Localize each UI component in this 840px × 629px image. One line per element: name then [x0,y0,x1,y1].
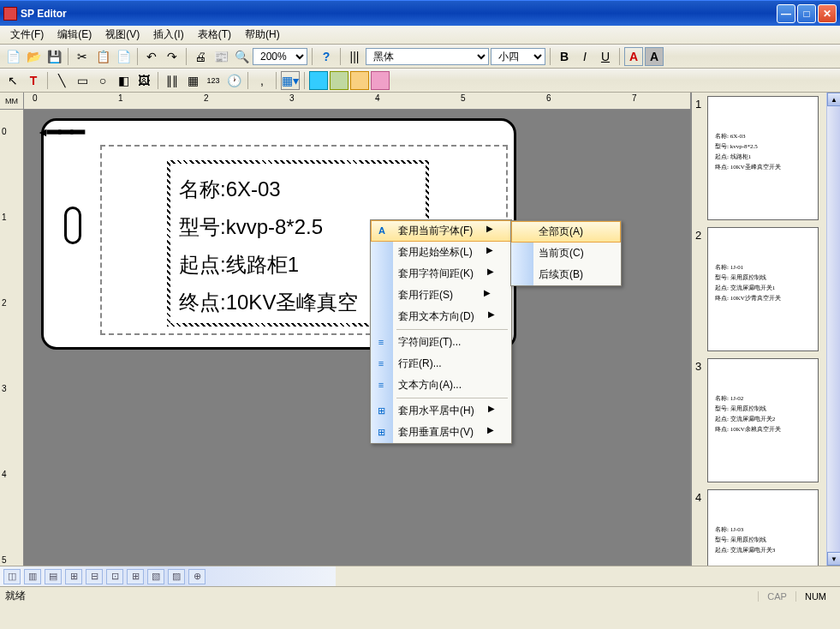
paste-button[interactable]: 📄 [114,47,133,66]
barcode-tool[interactable]: ∥∥ [163,71,182,90]
submenu-item[interactable]: 全部页(A) [511,221,621,243]
scroll-up-button[interactable]: ▲ [827,93,840,106]
color-pink[interactable] [371,71,390,90]
thumbnail-item[interactable]: 2名称: 1J-01型号: 采用原控制线起点: 交流屏漏电开关1终点: 10KV… [692,224,840,355]
clock-tool[interactable]: 🕐 [224,71,243,90]
cut-button[interactable]: ✂ [73,47,92,66]
zoom-icon: 🔍 [235,50,249,63]
color-cyan[interactable] [309,71,328,90]
context-menu-item[interactable]: 套用文本方向(D)▶ [371,306,511,327]
open-button[interactable]: 📂 [24,47,43,66]
menu-help[interactable]: 帮助(H) [238,26,287,44]
select-tool[interactable]: ▦ [183,71,202,90]
context-menu-item[interactable]: 套用字符间距(K)▶ [371,263,511,285]
thumbnail-item[interactable]: 1名称: 6X-03型号: kvvp-8*2.5起点: 线路柜1终点: 10KV… [692,93,840,224]
lines-button[interactable]: ||| [345,47,364,66]
thumbnail-item[interactable]: 4名称: 1J-03型号: 采用原控制线起点: 交流屏漏电开关3 [692,486,840,566]
scroll-down-button[interactable]: ▼ [827,552,840,566]
line-icon: ╲ [58,74,65,87]
context-menu-item[interactable]: 套用起始坐标(L)▶ [371,242,511,263]
tool-btn-8[interactable]: ▧ [147,569,164,584]
preview-icon: 📰 [214,50,229,63]
context-menu-item[interactable]: 套用垂直居中(V)▶⊞ [371,422,511,443]
color-green[interactable] [330,71,349,90]
context-menu-item[interactable]: 套用行距(S)▶ [371,285,511,306]
undo-button[interactable]: ↶ [142,47,161,66]
lines-icon: ||| [350,50,360,63]
thumbnails-scrollbar[interactable]: ▲ ▼ [826,93,840,566]
close-button[interactable]: ✕ [818,4,837,23]
comma-tool[interactable]: , [253,71,271,90]
cut-icon: ✂ [77,50,87,63]
preview-button[interactable]: 📰 [211,47,230,66]
ruler-horizontal: 0 1 2 3 4 5 6 7 [24,93,690,110]
tool-btn-7[interactable]: ⊞ [127,569,144,584]
separator [158,72,158,89]
circle-tool[interactable]: ○ [93,71,112,90]
highlight-button[interactable]: A [645,47,664,66]
save-button[interactable]: 💾 [45,47,63,66]
image-tool[interactable]: 🖼 [134,71,153,90]
redo-button[interactable]: ↷ [163,47,182,66]
pointer-tool[interactable]: ↖ [3,71,22,90]
clock-icon: 🕐 [227,74,241,87]
submenu-arrow-icon: ▶ [488,404,495,418]
bold-button[interactable]: B [555,47,574,66]
menu-separator [396,329,508,330]
zoom-button[interactable]: 🔍 [232,47,251,66]
number-tool[interactable]: 123 [204,71,223,90]
tool-btn-6[interactable]: ⊡ [106,569,123,584]
menu-edit[interactable]: 编辑(E) [51,26,98,44]
underline-button[interactable]: U [596,47,615,66]
strip3-icon: ≡ [374,378,388,392]
table-tool[interactable]: ▦▾ [281,71,300,90]
context-menu-item[interactable]: 套用当前字体(F)▶A全部页(A)当前页(C)后续页(B) [371,220,511,242]
submenu-item[interactable]: 后续页(B) [511,264,621,285]
tool-btn-3[interactable]: ▤ [45,569,62,584]
menu-file[interactable]: 文件(F) [3,26,51,44]
menu-table[interactable]: 表格(T) [191,26,238,44]
rect-icon: ▭ [77,74,88,87]
text-tool[interactable]: T [24,71,43,90]
line-tool[interactable]: ╲ [52,71,71,90]
context-menu-item[interactable]: 行距(R)...≡ [371,353,511,374]
copy-icon: 📋 [96,50,110,63]
paste-icon: 📄 [116,50,131,63]
tool-btn-9[interactable]: ▨ [168,569,185,584]
strip2-icon: ≡ [374,356,388,370]
zoom-combo[interactable]: 200% [253,48,307,65]
thumbnail-text-line: 型号: 采用原控制线 [715,535,811,545]
new-button[interactable]: 📄 [3,47,22,66]
context-menu-item[interactable]: 套用水平居中(H)▶⊞ [371,400,511,422]
thumbnail-number: 1 [695,96,707,220]
title-bar: SP Editor — □ ✕ [0,0,840,26]
strip1-icon: ≡ [374,335,388,349]
print-button[interactable]: 🖨 [191,47,210,66]
maximize-button[interactable]: □ [797,4,816,23]
thumbnail-item[interactable]: 3名称: 1J-02型号: 采用原控制线起点: 交流屏漏电开关2终点: 10KV… [692,355,840,486]
pointer-icon: ↖ [8,74,18,87]
font-family-combo[interactable]: 黑体 [366,48,489,65]
minimize-button[interactable]: — [777,4,795,23]
context-menu-item[interactable]: 文本方向(A)...≡ [371,374,511,396]
submenu-arrow-icon: ▶ [484,288,491,303]
tool-btn-4[interactable]: ⊞ [65,569,82,584]
menu-insert[interactable]: 插入(I) [146,26,190,44]
tool-btn-5[interactable]: ⊟ [86,569,103,584]
italic-button[interactable]: I [575,47,594,66]
submenu-item[interactable]: 当前页(C) [511,243,621,264]
canvas[interactable]: ━━━ 名称:6X-03 型号:kvvp-8*2.5 起点:线路柜1 终点:10… [24,110,690,566]
tool-btn-1[interactable]: ◫ [3,569,21,584]
color-orange[interactable] [350,71,369,90]
submenu-arrow-icon: ▶ [486,245,493,260]
menu-view[interactable]: 视图(V) [98,26,146,44]
tool-btn-2[interactable]: ▥ [24,569,41,584]
help-button[interactable]: ? [317,47,336,66]
tool-btn-10[interactable]: ⊕ [188,569,206,584]
callout-tool[interactable]: ◧ [114,71,133,90]
rect-tool[interactable]: ▭ [73,71,92,90]
context-menu-item[interactable]: 字符间距(T)...≡ [371,332,511,353]
font-size-combo[interactable]: 小四 [491,48,545,65]
text-color-button[interactable]: A [624,47,643,66]
copy-button[interactable]: 📋 [93,47,112,66]
